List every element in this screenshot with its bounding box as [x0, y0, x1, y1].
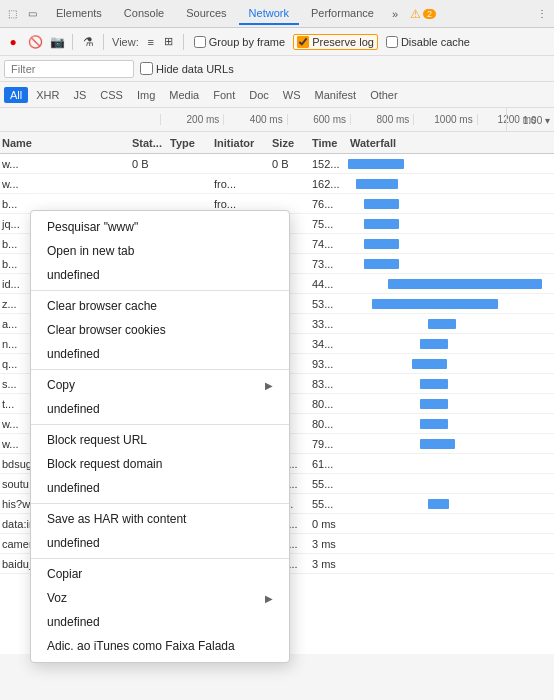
tab-console[interactable]: Console	[114, 3, 174, 25]
context-menu-item[interactable]: undefined	[31, 476, 289, 500]
header-type[interactable]: Type	[168, 137, 212, 149]
cell-waterfall	[348, 174, 554, 194]
type-filter-row: All XHR JS CSS Img Media Font Doc WS Man…	[0, 82, 554, 108]
table-row[interactable]: w... 0 B 0 B 152...	[0, 154, 554, 174]
menu-item-label: undefined	[47, 268, 100, 282]
device-icon[interactable]: ▭	[24, 6, 40, 22]
cell-time: 34...	[310, 338, 348, 350]
tab-performance[interactable]: Performance	[301, 3, 384, 25]
menu-item-label: Clear browser cache	[47, 299, 157, 313]
cell-time: 75...	[310, 218, 348, 230]
preserve-log-checkbox[interactable]	[297, 36, 309, 48]
cell-waterfall	[348, 474, 554, 494]
menu-item-label: Save as HAR with content	[47, 512, 186, 526]
group-by-frame-checkbox[interactable]	[194, 36, 206, 48]
timeline-200ms: 200 ms	[160, 114, 223, 125]
filter-input[interactable]	[4, 60, 134, 78]
type-css-button[interactable]: CSS	[94, 87, 129, 103]
menu-item-label: Block request URL	[47, 433, 147, 447]
cell-time: 162...	[310, 178, 348, 190]
context-menu-item[interactable]: Clear browser cache	[31, 294, 289, 318]
type-font-button[interactable]: Font	[207, 87, 241, 103]
context-menu-item[interactable]: Pesquisar "www"	[31, 215, 289, 239]
filter-button[interactable]: ⚗	[79, 33, 97, 51]
context-menu: Pesquisar "www"Open in new tabundefinedC…	[30, 210, 290, 663]
context-menu-item[interactable]: Open in new tab	[31, 239, 289, 263]
list-view-icon[interactable]: ≡	[143, 34, 159, 50]
type-img-button[interactable]: Img	[131, 87, 161, 103]
cell-time: 3 ms	[310, 558, 348, 570]
context-menu-item[interactable]: undefined	[31, 342, 289, 366]
separator-2	[103, 34, 104, 50]
vertical-dots-icon[interactable]: ⋮	[534, 6, 550, 22]
cell-time: 44...	[310, 278, 348, 290]
context-menu-item[interactable]: Copiar	[31, 562, 289, 586]
type-xhr-button[interactable]: XHR	[30, 87, 65, 103]
header-status[interactable]: Stat...	[130, 137, 168, 149]
group-view-icon[interactable]: ⊞	[161, 34, 177, 50]
cell-waterfall	[348, 374, 554, 394]
cell-time: 80...	[310, 398, 348, 410]
tab-sources[interactable]: Sources	[176, 3, 236, 25]
filter-row: Hide data URLs	[0, 56, 554, 82]
type-doc-button[interactable]: Doc	[243, 87, 275, 103]
type-all-button[interactable]: All	[4, 87, 28, 103]
cell-time: 0 ms	[310, 518, 348, 530]
context-menu-item[interactable]: Block request URL	[31, 428, 289, 452]
context-menu-item[interactable]: Block request domain	[31, 452, 289, 476]
submenu-arrow-icon: ▶	[265, 593, 273, 604]
menu-separator	[31, 424, 289, 425]
view-label: View:	[112, 36, 139, 48]
context-menu-item[interactable]: undefined	[31, 531, 289, 555]
inspect-icon[interactable]: ⬚	[4, 6, 20, 22]
cell-waterfall	[348, 514, 554, 534]
context-menu-item[interactable]: Voz▶	[31, 586, 289, 610]
cell-waterfall	[348, 154, 554, 174]
type-js-button[interactable]: JS	[67, 87, 92, 103]
context-menu-item[interactable]: undefined	[31, 610, 289, 634]
context-menu-item[interactable]: Copy▶	[31, 373, 289, 397]
cell-initiator: fro...	[212, 198, 270, 210]
preserve-log-label: Preserve log	[312, 36, 374, 48]
header-waterfall[interactable]: Waterfall	[348, 137, 554, 149]
separator-1	[72, 34, 73, 50]
context-menu-item[interactable]: undefined	[31, 397, 289, 421]
clear-button[interactable]: 🚫	[26, 33, 44, 51]
type-ws-button[interactable]: WS	[277, 87, 307, 103]
tab-network[interactable]: Network	[239, 3, 299, 25]
tab-more-icon[interactable]: »	[386, 4, 404, 24]
timeline-400ms: 400 ms	[223, 114, 286, 125]
context-menu-item[interactable]: Save as HAR with content	[31, 507, 289, 531]
waterfall-header-sort[interactable]: 1.00 ▾	[506, 108, 554, 132]
header-size[interactable]: Size	[270, 137, 310, 149]
cell-waterfall	[348, 274, 554, 294]
cell-name: b...	[0, 198, 130, 210]
menu-item-label: Copiar	[47, 567, 82, 581]
context-menu-item[interactable]: Clear browser cookies	[31, 318, 289, 342]
timeline-markers: 200 ms 400 ms 600 ms 800 ms 1000 ms 1200…	[160, 114, 540, 125]
header-name[interactable]: Name	[0, 137, 130, 149]
cell-time: 61...	[310, 458, 348, 470]
type-media-button[interactable]: Media	[163, 87, 205, 103]
type-other-button[interactable]: Other	[364, 87, 404, 103]
tab-elements[interactable]: Elements	[46, 3, 112, 25]
disable-cache-checkbox[interactable]	[386, 36, 398, 48]
screenshot-button[interactable]: 📷	[48, 33, 66, 51]
table-row[interactable]: w... fro... 162...	[0, 174, 554, 194]
cell-time: 93...	[310, 358, 348, 370]
record-button[interactable]: ●	[4, 33, 22, 51]
hide-data-urls-checkbox[interactable]	[140, 62, 153, 75]
context-menu-item[interactable]: undefined	[31, 263, 289, 287]
cell-waterfall	[348, 314, 554, 334]
menu-item-label: Copy	[47, 378, 75, 392]
context-menu-item[interactable]: Adic. ao iTunes como Faixa Falada	[31, 634, 289, 658]
type-manifest-button[interactable]: Manifest	[309, 87, 363, 103]
header-time[interactable]: Time	[310, 137, 348, 149]
menu-item-label: undefined	[47, 402, 100, 416]
cell-waterfall	[348, 354, 554, 374]
header-initiator[interactable]: Initiator	[212, 137, 270, 149]
cell-time: 80...	[310, 418, 348, 430]
disable-cache-group: Disable cache	[386, 36, 470, 48]
cell-waterfall	[348, 214, 554, 234]
timeline-600ms: 600 ms	[287, 114, 350, 125]
